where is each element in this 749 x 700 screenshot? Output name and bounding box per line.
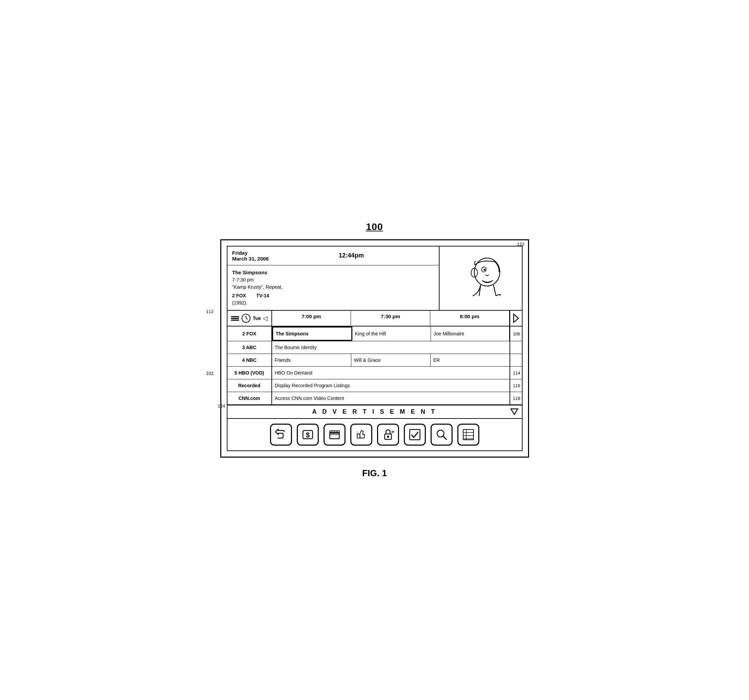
program-cell-recorded[interactable]: Display Recorded Program Listings <box>272 379 509 392</box>
table-row: CNN.com Access CNN.com Video Content 118 <box>228 392 522 405</box>
program-cell-joe[interactable]: Joe Millionaire <box>431 326 509 341</box>
right-nav-arrow[interactable] <box>509 311 522 326</box>
ann-116: 116 <box>513 383 520 388</box>
ann-118: 118 <box>513 396 520 401</box>
prog-year: (1992). <box>232 299 434 306</box>
thumbs-button[interactable] <box>350 424 372 446</box>
ann-102: 102 <box>206 371 214 376</box>
search-button[interactable] <box>431 424 452 446</box>
lock-button[interactable] <box>377 424 399 446</box>
time-header: Tue ◁ 7:00 pm 7:30 pm 8:00 pm <box>228 311 522 326</box>
ann-114: 114 <box>513 371 520 375</box>
ann-112: 112 <box>206 309 214 314</box>
date-block: Friday March 31, 2006 <box>232 250 269 262</box>
top-left: Friday March 31, 2006 12:44pm The Simpso… <box>228 247 440 310</box>
channel-cell[interactable]: 2 FOX <box>228 326 272 341</box>
svg-rect-23 <box>463 429 474 440</box>
table-row: 5 HBO (VOD) HBO On Demand 114 <box>228 367 522 379</box>
prog-rating: TV-14 <box>256 292 269 299</box>
svg-marker-8 <box>511 409 518 414</box>
current-time: 12:44pm <box>269 252 434 259</box>
top-info: Friday March 31, 2006 12:44pm The Simpso… <box>228 247 522 311</box>
program-cell-er[interactable]: ER <box>431 354 509 366</box>
channel-cell[interactable]: Recorded <box>228 379 272 392</box>
prog-time: 7-7:30 pm <box>232 276 434 283</box>
program-info: The Simpsons 7-7:30 pm "Kamp Krusty", Re… <box>228 265 439 310</box>
menu-button[interactable] <box>457 424 479 446</box>
table-row: 4 NBC Friends Will & Grace ER <box>228 354 522 367</box>
svg-point-19 <box>387 436 389 438</box>
row-nav-cell <box>509 354 522 366</box>
tune-line-1 <box>231 316 239 317</box>
program-cell-bourne[interactable]: The Bourne Identity <box>272 341 509 354</box>
program-cell-will[interactable]: Will & Grace <box>352 354 431 366</box>
ad-bar: A D V E R T I S E M E N T <box>228 405 522 418</box>
purchase-button[interactable]: $ <box>297 424 319 446</box>
row-nav-cell-recorded: 116 <box>509 379 522 392</box>
down-arrow[interactable] <box>509 407 519 417</box>
film-icon <box>329 429 341 441</box>
check-icon <box>409 429 421 441</box>
program-cell-friends[interactable]: Friends <box>272 354 352 366</box>
program-cell-hbo[interactable]: HBO On Demand <box>272 367 509 379</box>
svg-rect-20 <box>410 429 420 440</box>
ad-text: A D V E R T I S E M E N T <box>312 408 437 415</box>
row-nav-cell-cnn: 118 <box>509 392 522 404</box>
figure-title: 100 <box>366 221 383 233</box>
channel-cell[interactable]: 3 ABC <box>228 341 272 354</box>
thumbs-icon <box>355 429 367 441</box>
channel-cell[interactable]: CNN.com <box>228 392 272 404</box>
program-cell-simpsons[interactable]: The Simpsons <box>272 326 352 341</box>
time-col-1: 7:00 pm <box>272 311 352 326</box>
tune-line-3 <box>231 320 239 321</box>
prog-channel: 2 FOX <box>232 292 246 299</box>
character-svg <box>446 256 515 301</box>
svg-line-22 <box>443 436 446 440</box>
down-arrow-icon <box>509 407 519 415</box>
controls-row: $ <box>228 418 522 450</box>
lock-icon <box>382 429 394 441</box>
main-box: 122 Friday March 31, 2006 12:44pm The Si… <box>220 239 529 458</box>
back-icon <box>275 429 287 441</box>
search-icon <box>436 429 448 441</box>
channel-cell[interactable]: 5 HBO (VOD) <box>228 367 272 379</box>
time-col-3: 8:00 pm <box>430 311 509 326</box>
day-label: Tue <box>253 316 261 321</box>
content-area: Friday March 31, 2006 12:44pm The Simpso… <box>227 246 523 452</box>
svg-text:$: $ <box>306 431 309 439</box>
date-row: Friday March 31, 2006 12:44pm <box>228 247 439 265</box>
character-panel <box>440 247 522 310</box>
row-nav-cell: 106 <box>509 326 522 341</box>
dollar-icon: $ <box>301 429 314 441</box>
svg-point-3 <box>483 269 486 271</box>
row-nav-cell-hbo: 114 <box>509 367 522 379</box>
outer-container: 100 122 Friday March 31, 2006 12:44pm <box>220 221 529 479</box>
prog-episode: "Kamp Krusty", Repeat, <box>232 283 434 291</box>
back-button[interactable] <box>270 424 292 446</box>
film-button[interactable] <box>324 424 345 446</box>
prog-title: The Simpsons <box>232 269 434 277</box>
ann-124: 124 <box>218 403 225 409</box>
date-line1: Friday <box>232 250 269 256</box>
svg-line-6 <box>246 318 248 319</box>
date-line2: March 31, 2006 <box>232 256 269 262</box>
clock-icon <box>241 314 251 323</box>
menu-icon <box>462 429 474 441</box>
figure-caption: FIG. 1 <box>362 468 387 479</box>
table-row: 2 FOX The Simpsons King of the Hill Joe … <box>228 326 522 341</box>
grid-section: Tue ◁ 7:00 pm 7:30 pm 8:00 pm 2 FOX <box>228 311 522 450</box>
ann-106: 106 <box>513 331 520 337</box>
program-cell-koth[interactable]: King of the Hill <box>352 326 431 341</box>
left-nav-arrow[interactable]: ◁ <box>263 314 268 322</box>
check-button[interactable] <box>404 424 426 446</box>
row-nav-cell <box>509 341 522 354</box>
table-row: 3 ABC The Bourne Identity <box>228 341 522 354</box>
table-row: Recorded Display Recorded Program Listin… <box>228 379 522 392</box>
prog-meta: 2 FOX TV-14 <box>232 292 434 299</box>
right-arrow-icon <box>512 313 520 324</box>
channel-col-header: Tue ◁ <box>228 311 272 326</box>
time-col-2: 7:30 pm <box>351 311 430 326</box>
channel-cell[interactable]: 4 NBC <box>228 354 272 366</box>
tune-line-2 <box>231 318 239 319</box>
program-cell-cnn[interactable]: Access CNN.com Video Content <box>272 392 509 404</box>
